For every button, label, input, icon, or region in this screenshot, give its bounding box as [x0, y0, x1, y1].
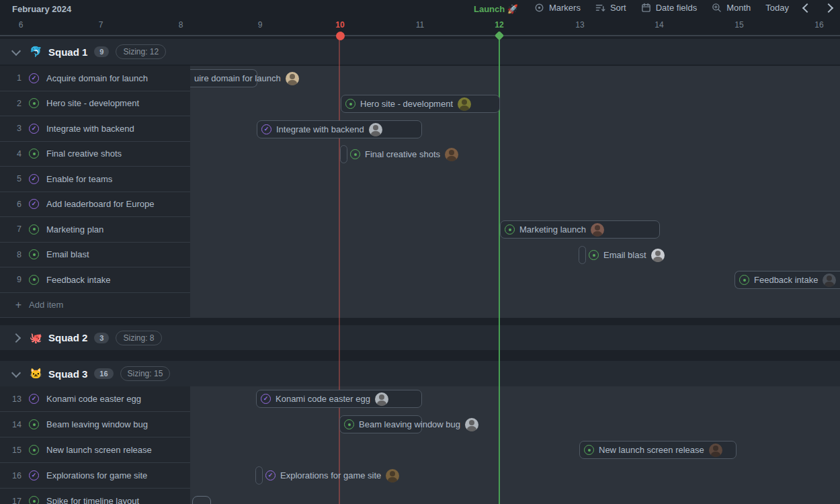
list-item[interactable]: 17 Spike for timeline layout: [0, 489, 190, 504]
day-label: 13: [575, 20, 584, 30]
issue-open-icon: [29, 224, 39, 235]
issue-open-icon: [29, 496, 39, 504]
issue-closed-icon: [265, 470, 276, 480]
bar-label: Konami code easter egg: [276, 394, 370, 404]
chevron-left-icon: [802, 3, 812, 12]
item-title: New launch screen release: [46, 445, 152, 455]
item-number: 1: [7, 73, 22, 83]
add-item-button[interactable]: + Add item: [0, 293, 190, 319]
markers-button[interactable]: Markers: [534, 3, 581, 13]
zoom-level-button[interactable]: Month: [712, 3, 751, 13]
list-item[interactable]: 16 Explorations for game site: [0, 463, 190, 489]
chevron-down-icon[interactable]: [9, 50, 23, 54]
timeline-bar[interactable]: Konami code easter egg: [256, 390, 422, 408]
list-item[interactable]: 4 Final creative shots: [0, 142, 190, 167]
avatar: [823, 274, 836, 287]
timeline-bar-handle[interactable]: [579, 246, 586, 264]
timeline-bar[interactable]: Integrate with backend: [257, 120, 422, 138]
prev-button[interactable]: [804, 5, 810, 11]
chevron-right-icon: [824, 3, 833, 12]
timeline-bar[interactable]: Feedback intake: [734, 271, 840, 289]
item-number: 4: [7, 149, 22, 159]
item-number: 17: [7, 497, 22, 504]
today-marker-line: [339, 36, 340, 504]
item-title: Email blast: [46, 249, 89, 259]
next-button[interactable]: [825, 5, 832, 11]
item-title: Marketing plan: [46, 224, 103, 235]
date-ruler: February 2024 Launch 🚀 Markers Sort: [0, 0, 840, 36]
issue-open-icon: [589, 250, 599, 260]
item-number: 3: [7, 124, 22, 133]
issue-open-icon: [505, 224, 515, 235]
bar-label: Explorations for game site: [280, 470, 381, 480]
issue-closed-icon: [261, 124, 271, 134]
list-item[interactable]: 14 Beam leaving window bug: [0, 412, 190, 437]
group-emoji: 🐱: [30, 368, 42, 380]
day-label: 15: [734, 20, 743, 30]
list-item[interactable]: 15 New launch screen release: [0, 437, 190, 463]
bar-label: uire domain for launch: [194, 73, 281, 83]
item-title: Integrate with backend: [46, 124, 134, 134]
chevron-down-icon[interactable]: [9, 372, 23, 376]
avatar: [375, 392, 388, 406]
today-marker-dot[interactable]: [336, 32, 345, 40]
sort-button[interactable]: Sort: [595, 3, 626, 13]
timeline-bar[interactable]: uire domain for launch: [190, 69, 257, 87]
timeline-bar[interactable]: Beam leaving window bug: [339, 415, 422, 433]
timeline-bar-handle[interactable]: [340, 145, 347, 163]
list-item[interactable]: 9 Feedback intake: [0, 267, 190, 293]
day-label: 14: [655, 20, 663, 30]
count-badge: 16: [94, 368, 113, 379]
list-item[interactable]: 3 Integrate with backend: [0, 116, 190, 142]
list-item[interactable]: 8 Email blast: [0, 243, 190, 268]
issue-closed-icon: [29, 124, 39, 134]
day-label: 6: [19, 20, 24, 30]
list-item[interactable]: 7 Marketing plan: [0, 217, 190, 243]
avatar: [465, 418, 478, 431]
bar-label: Hero site - development: [360, 99, 453, 109]
list-item[interactable]: 5 Enable for teams: [0, 167, 190, 192]
item-number: 15: [7, 446, 22, 455]
timeline-bar[interactable]: Hero site - development: [341, 95, 500, 113]
item-title: Add leaderboard for Europe: [46, 199, 154, 209]
date-fields-button[interactable]: Date fields: [641, 3, 697, 13]
bar-label: Integrate with backend: [276, 124, 364, 134]
list-item[interactable]: 13 Konami code easter egg: [0, 386, 190, 412]
arrow-left-icon: ←: [198, 501, 206, 504]
zoom-in-icon: [712, 3, 722, 13]
item-title: Final creative shots: [46, 149, 122, 159]
timeline-bar[interactable]: New launch screen release: [579, 441, 737, 459]
timeline-bar-handle[interactable]: [255, 466, 263, 485]
issue-open-icon: [29, 419, 39, 429]
group-emoji: 🐬: [30, 46, 42, 58]
day-label: 8: [179, 20, 183, 30]
timeline-bar-label: Email blast: [589, 246, 665, 264]
issue-closed-icon: [29, 470, 39, 480]
bar-label: Final creative shots: [365, 149, 440, 159]
issue-closed-icon: [29, 199, 39, 209]
avatar: [458, 97, 471, 111]
issue-open-icon: [344, 419, 354, 429]
calendar-icon: [641, 3, 651, 13]
list-item[interactable]: 6 Add leaderboard for Europe: [0, 192, 190, 218]
bar-label: Beam leaving window bug: [359, 419, 460, 429]
day-label: 9: [258, 20, 263, 30]
avatar: [286, 72, 299, 85]
item-number: 14: [7, 420, 22, 429]
scroll-to-bar-button[interactable]: ←: [192, 496, 211, 504]
chevron-right-icon[interactable]: [9, 335, 23, 341]
list-item[interactable]: 1 Acquire domain for launch: [0, 66, 190, 91]
list-item[interactable]: 2 Hero site - development: [0, 91, 190, 117]
sizing-badge: Sizing: 8: [116, 331, 161, 345]
group-title: Squad 1: [48, 46, 87, 58]
bar-label: Feedback intake: [754, 275, 818, 285]
group-header-squad-3: 🐱 Squad 3 16 Sizing: 15: [0, 361, 840, 386]
item-title: Explorations for game site: [46, 470, 147, 480]
avatar: [591, 223, 604, 237]
item-title: Enable for teams: [46, 174, 112, 184]
timeline-bar[interactable]: Marketing launch: [500, 220, 660, 239]
today-button[interactable]: Today: [765, 3, 789, 13]
month-label: February 2024: [12, 4, 71, 14]
item-title: Konami code easter egg: [46, 394, 141, 404]
timeline-bar-label: Final creative shots: [350, 145, 458, 163]
